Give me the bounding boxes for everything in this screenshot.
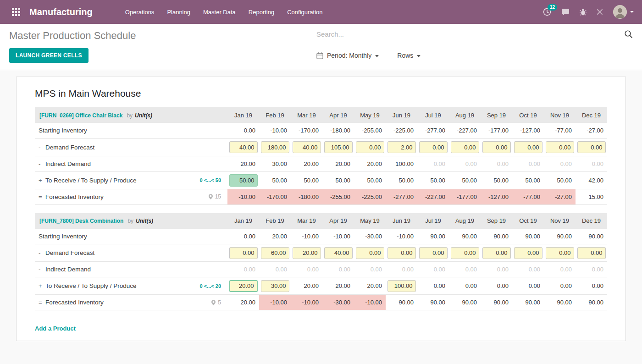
forecast-input[interactable] — [324, 247, 353, 259]
mps-cell — [544, 138, 576, 156]
forecast-input[interactable] — [229, 247, 258, 259]
month-header: Sep 19 — [481, 107, 512, 123]
mps-cell: 50.00 — [259, 171, 291, 189]
cell-value: 90.00 — [462, 299, 477, 306]
cell-value: 20.00 — [240, 299, 255, 306]
cell-value: 20.00 — [367, 282, 382, 289]
replenish-input[interactable] — [229, 280, 258, 292]
cell-value: 50.00 — [272, 177, 287, 184]
mps-cell: 42.00 — [576, 171, 607, 189]
mps-cell: 90.00 — [449, 229, 481, 244]
row-sign: = — [39, 193, 45, 200]
forecast-input[interactable] — [451, 141, 479, 153]
forecast-input[interactable] — [482, 247, 511, 259]
mps-product-table: [FURN_7800] Desk CombinationbyUnit(s)Jan… — [35, 213, 607, 311]
forecast-input[interactable] — [293, 141, 321, 153]
launch-green-cells-button[interactable]: LAUNCH GREEN CELLS — [9, 48, 89, 63]
chat-bubble-icon — [561, 8, 570, 16]
product-name-link[interactable]: [FURN_0269] Office Chair Black — [39, 112, 122, 119]
cell-value: -225.00 — [393, 127, 414, 134]
cell-value: 50.00 — [557, 177, 572, 184]
cell-value: 0.00 — [434, 282, 445, 289]
row-label: Starting Inventory — [39, 127, 87, 134]
forecast-input[interactable] — [261, 141, 289, 153]
close-button[interactable] — [597, 9, 603, 15]
forecast-input[interactable] — [324, 141, 353, 153]
forecast-input[interactable] — [482, 141, 511, 153]
forecast-input[interactable] — [229, 141, 258, 153]
forecast-input[interactable] — [577, 141, 606, 153]
mps-cell: -127.00 — [512, 123, 544, 138]
mps-product-table: [FURN_0269] Office Chair BlackbyUnit(s)J… — [35, 107, 607, 205]
mps-cell: 0.00 — [544, 156, 576, 171]
mps-cell: -10.00 — [259, 123, 291, 138]
app-title[interactable]: Manufacturing — [29, 7, 93, 17]
forecast-input[interactable] — [356, 247, 384, 259]
forecast-input[interactable] — [387, 141, 416, 153]
mps-cell — [259, 277, 291, 295]
mps-cell: 50.00 — [386, 171, 417, 189]
forecast-input[interactable] — [546, 141, 574, 153]
replenish-suggestion-cell[interactable]: 50.00 — [229, 174, 258, 187]
mps-cell: 0.00 — [481, 262, 512, 277]
forecast-input[interactable] — [387, 280, 416, 292]
debug-button[interactable] — [580, 8, 587, 16]
mps-cell: 50.00 — [354, 171, 386, 189]
mps-cell: -170.00 — [259, 189, 291, 204]
cell-value: 0.00 — [560, 266, 572, 273]
forecast-input[interactable] — [419, 141, 448, 153]
row-label: Forecasted Inventory — [45, 193, 104, 200]
period-dropdown[interactable]: Period: Monthly — [316, 52, 379, 59]
cell-value: -27.00 — [587, 127, 603, 134]
mps-cell: -77.00 — [512, 189, 544, 204]
forecast-input[interactable] — [293, 247, 321, 259]
row-label: Demand Forecast — [45, 249, 94, 256]
add-product-link[interactable]: Add a Product — [35, 325, 76, 332]
forecast-input[interactable] — [419, 247, 448, 259]
month-header: Apr 19 — [322, 107, 354, 123]
forecast-input[interactable] — [387, 247, 416, 259]
menu-planning[interactable]: Planning — [161, 5, 196, 20]
mps-row-demand: -Demand Forecast — [35, 138, 607, 156]
mps-cell: 0.00 — [449, 262, 481, 277]
menu-operations[interactable]: Operations — [119, 5, 160, 20]
menu-master-data[interactable]: Master Data — [197, 5, 242, 20]
cell-value: 20.00 — [335, 160, 350, 167]
menu-reporting[interactable]: Reporting — [243, 5, 280, 20]
messages-button[interactable] — [561, 8, 570, 16]
month-header: Jan 19 — [227, 213, 259, 229]
content-area: MPS in Main Warehouse [FURN_0269] Office… — [0, 70, 642, 364]
month-header: Jul 19 — [417, 107, 449, 123]
forecast-input[interactable] — [261, 280, 289, 292]
apps-menu-icon[interactable] — [8, 4, 24, 20]
forecast-input[interactable] — [356, 141, 384, 153]
mps-row-indirect: -Indirect Demand0.000.000.000.000.000.00… — [35, 262, 607, 277]
forecast-input[interactable] — [514, 247, 542, 259]
search-input[interactable] — [316, 30, 624, 38]
mps-cell: 0.00 — [481, 156, 512, 171]
forecast-input[interactable] — [546, 247, 574, 259]
cell-value: 20.00 — [335, 282, 350, 289]
activities-button[interactable]: 12 — [543, 8, 551, 16]
mps-cell: -10.00 — [322, 229, 354, 244]
forecast-input[interactable] — [451, 247, 479, 259]
cell-value: 0.00 — [560, 160, 572, 167]
forecast-input[interactable] — [514, 141, 542, 153]
mps-cell: 0.00 — [386, 262, 417, 277]
leadtime-indicator: 15 — [209, 193, 221, 200]
rows-dropdown[interactable]: Rows — [397, 52, 421, 59]
product-name-link[interactable]: [FURN_7800] Desk Combination — [39, 218, 123, 224]
row-sign: + — [39, 177, 45, 184]
row-sign: - — [39, 160, 45, 167]
cell-value: 42.00 — [588, 177, 603, 184]
forecast-input[interactable] — [261, 247, 289, 259]
forecast-input[interactable] — [577, 247, 606, 259]
user-menu[interactable] — [613, 5, 634, 19]
search-button[interactable] — [624, 30, 633, 39]
month-header: Dec 19 — [576, 107, 607, 123]
mps-cell: 0.00 — [512, 156, 544, 171]
mps-cell: -10.00 — [291, 229, 322, 244]
menu-configuration[interactable]: Configuration — [281, 5, 328, 20]
month-header: Nov 19 — [544, 107, 576, 123]
mps-cell: 50.00 — [291, 171, 322, 189]
